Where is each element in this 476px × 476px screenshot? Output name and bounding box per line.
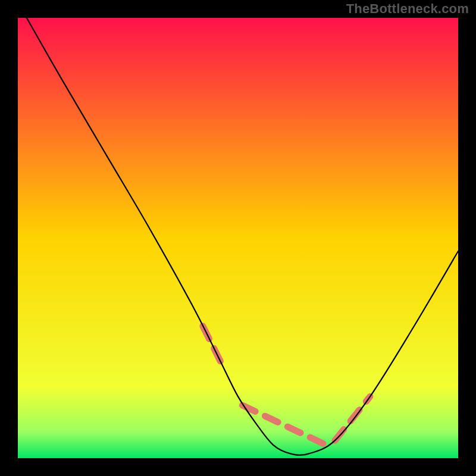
chart-frame: TheBottleneck.com — [0, 0, 476, 476]
chart-svg — [18, 18, 458, 458]
plot-area — [18, 18, 458, 458]
gradient-background — [18, 18, 458, 458]
watermark-text: TheBottleneck.com — [346, 1, 469, 17]
